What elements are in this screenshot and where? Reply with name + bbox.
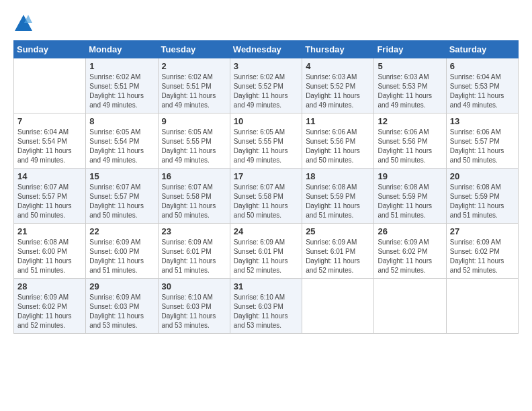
calendar-cell: 22Sunrise: 6:09 AM Sunset: 6:00 PM Dayli… xyxy=(86,224,158,279)
calendar-week-row: 7Sunrise: 6:04 AM Sunset: 5:54 PM Daylig… xyxy=(14,113,519,169)
calendar-cell: 8Sunrise: 6:05 AM Sunset: 5:54 PM Daylig… xyxy=(86,113,158,169)
day-number: 17 xyxy=(234,171,298,181)
day-info: Sunrise: 6:09 AM Sunset: 6:01 PM Dayligh… xyxy=(234,238,298,275)
calendar-cell: 13Sunrise: 6:06 AM Sunset: 5:57 PM Dayli… xyxy=(446,113,518,169)
calendar-cell: 11Sunrise: 6:06 AM Sunset: 5:56 PM Dayli… xyxy=(302,113,374,169)
day-info: Sunrise: 6:04 AM Sunset: 5:54 PM Dayligh… xyxy=(17,128,82,165)
calendar-cell: 23Sunrise: 6:09 AM Sunset: 6:01 PM Dayli… xyxy=(158,224,230,279)
calendar-week-row: 21Sunrise: 6:08 AM Sunset: 6:00 PM Dayli… xyxy=(14,224,519,279)
calendar-week-row: 14Sunrise: 6:07 AM Sunset: 5:57 PM Dayli… xyxy=(14,169,519,224)
day-info: Sunrise: 6:04 AM Sunset: 5:53 PM Dayligh… xyxy=(450,73,515,110)
day-info: Sunrise: 6:05 AM Sunset: 5:55 PM Dayligh… xyxy=(162,128,226,165)
day-info: Sunrise: 6:05 AM Sunset: 5:55 PM Dayligh… xyxy=(234,128,298,165)
calendar-cell: 19Sunrise: 6:08 AM Sunset: 5:59 PM Dayli… xyxy=(374,169,446,224)
day-number: 26 xyxy=(378,226,442,236)
day-info: Sunrise: 6:06 AM Sunset: 5:56 PM Dayligh… xyxy=(378,128,442,165)
header xyxy=(13,13,519,34)
day-number: 11 xyxy=(306,116,370,126)
day-number: 5 xyxy=(378,61,442,71)
day-number: 27 xyxy=(450,226,515,236)
weekday-header: Sunday xyxy=(14,41,86,58)
day-number: 8 xyxy=(89,116,154,126)
day-number: 25 xyxy=(306,226,370,236)
calendar-body: 1Sunrise: 6:02 AM Sunset: 5:51 PM Daylig… xyxy=(14,58,519,334)
weekday-header: Friday xyxy=(374,41,446,58)
calendar-cell: 30Sunrise: 6:10 AM Sunset: 6:03 PM Dayli… xyxy=(158,279,230,334)
calendar-cell: 14Sunrise: 6:07 AM Sunset: 5:57 PM Dayli… xyxy=(14,169,86,224)
weekday-header: Saturday xyxy=(446,41,518,58)
calendar-cell: 3Sunrise: 6:02 AM Sunset: 5:52 PM Daylig… xyxy=(230,58,302,113)
weekday-row: SundayMondayTuesdayWednesdayThursdayFrid… xyxy=(14,41,519,58)
day-number: 19 xyxy=(378,171,442,181)
calendar-cell: 9Sunrise: 6:05 AM Sunset: 5:55 PM Daylig… xyxy=(158,113,230,169)
calendar-cell: 1Sunrise: 6:02 AM Sunset: 5:51 PM Daylig… xyxy=(86,58,158,113)
logo xyxy=(13,13,36,34)
day-number: 3 xyxy=(234,61,298,71)
calendar-cell: 15Sunrise: 6:07 AM Sunset: 5:57 PM Dayli… xyxy=(86,169,158,224)
day-number: 6 xyxy=(450,61,515,71)
day-number: 15 xyxy=(89,171,154,181)
day-info: Sunrise: 6:07 AM Sunset: 5:57 PM Dayligh… xyxy=(89,183,154,220)
day-info: Sunrise: 6:03 AM Sunset: 5:52 PM Dayligh… xyxy=(306,73,370,110)
calendar-cell: 26Sunrise: 6:09 AM Sunset: 6:02 PM Dayli… xyxy=(374,224,446,279)
day-info: Sunrise: 6:07 AM Sunset: 5:58 PM Dayligh… xyxy=(234,183,298,220)
day-number: 7 xyxy=(17,116,82,126)
calendar-cell: 12Sunrise: 6:06 AM Sunset: 5:56 PM Dayli… xyxy=(374,113,446,169)
calendar-header: SundayMondayTuesdayWednesdayThursdayFrid… xyxy=(14,41,519,58)
calendar-cell xyxy=(446,279,518,334)
calendar-cell: 18Sunrise: 6:08 AM Sunset: 5:59 PM Dayli… xyxy=(302,169,374,224)
day-info: Sunrise: 6:02 AM Sunset: 5:52 PM Dayligh… xyxy=(234,73,298,110)
day-info: Sunrise: 6:06 AM Sunset: 5:56 PM Dayligh… xyxy=(306,128,370,165)
calendar-table: SundayMondayTuesdayWednesdayThursdayFrid… xyxy=(13,40,519,334)
page: SundayMondayTuesdayWednesdayThursdayFrid… xyxy=(0,0,532,340)
day-number: 24 xyxy=(234,226,298,236)
day-info: Sunrise: 6:09 AM Sunset: 6:02 PM Dayligh… xyxy=(450,238,515,275)
day-number: 29 xyxy=(89,281,154,291)
day-number: 2 xyxy=(162,61,226,71)
day-info: Sunrise: 6:08 AM Sunset: 5:59 PM Dayligh… xyxy=(306,183,370,220)
calendar-cell: 25Sunrise: 6:09 AM Sunset: 6:01 PM Dayli… xyxy=(302,224,374,279)
day-number: 12 xyxy=(378,116,442,126)
calendar-cell: 16Sunrise: 6:07 AM Sunset: 5:58 PM Dayli… xyxy=(158,169,230,224)
calendar-cell: 20Sunrise: 6:08 AM Sunset: 5:59 PM Dayli… xyxy=(446,169,518,224)
calendar-cell: 2Sunrise: 6:02 AM Sunset: 5:51 PM Daylig… xyxy=(158,58,230,113)
logo-icon xyxy=(13,13,34,34)
day-number: 22 xyxy=(89,226,154,236)
calendar-cell xyxy=(14,58,86,113)
day-number: 9 xyxy=(162,116,226,126)
weekday-header: Thursday xyxy=(302,41,374,58)
day-number: 16 xyxy=(162,171,226,181)
calendar-cell: 28Sunrise: 6:09 AM Sunset: 6:02 PM Dayli… xyxy=(14,279,86,334)
calendar-cell xyxy=(374,279,446,334)
calendar-cell xyxy=(302,279,374,334)
day-info: Sunrise: 6:02 AM Sunset: 5:51 PM Dayligh… xyxy=(162,73,226,110)
day-info: Sunrise: 6:08 AM Sunset: 6:00 PM Dayligh… xyxy=(17,238,82,275)
day-info: Sunrise: 6:05 AM Sunset: 5:54 PM Dayligh… xyxy=(89,128,154,165)
weekday-header: Wednesday xyxy=(230,41,302,58)
day-info: Sunrise: 6:10 AM Sunset: 6:03 PM Dayligh… xyxy=(234,293,298,330)
day-number: 14 xyxy=(17,171,82,181)
day-info: Sunrise: 6:06 AM Sunset: 5:57 PM Dayligh… xyxy=(450,128,515,165)
day-info: Sunrise: 6:02 AM Sunset: 5:51 PM Dayligh… xyxy=(89,73,154,110)
day-number: 23 xyxy=(162,226,226,236)
day-info: Sunrise: 6:09 AM Sunset: 6:02 PM Dayligh… xyxy=(17,293,82,330)
day-number: 1 xyxy=(89,61,154,71)
calendar-cell: 21Sunrise: 6:08 AM Sunset: 6:00 PM Dayli… xyxy=(14,224,86,279)
day-number: 13 xyxy=(450,116,515,126)
day-number: 28 xyxy=(17,281,82,291)
calendar-cell: 31Sunrise: 6:10 AM Sunset: 6:03 PM Dayli… xyxy=(230,279,302,334)
day-info: Sunrise: 6:09 AM Sunset: 6:01 PM Dayligh… xyxy=(306,238,370,275)
weekday-header: Monday xyxy=(86,41,158,58)
day-info: Sunrise: 6:09 AM Sunset: 6:01 PM Dayligh… xyxy=(162,238,226,275)
calendar-cell: 17Sunrise: 6:07 AM Sunset: 5:58 PM Dayli… xyxy=(230,169,302,224)
calendar-cell: 27Sunrise: 6:09 AM Sunset: 6:02 PM Dayli… xyxy=(446,224,518,279)
day-number: 4 xyxy=(306,61,370,71)
day-info: Sunrise: 6:09 AM Sunset: 6:00 PM Dayligh… xyxy=(89,238,154,275)
day-number: 10 xyxy=(234,116,298,126)
calendar-cell: 24Sunrise: 6:09 AM Sunset: 6:01 PM Dayli… xyxy=(230,224,302,279)
day-number: 20 xyxy=(450,171,515,181)
weekday-header: Tuesday xyxy=(158,41,230,58)
calendar-cell: 10Sunrise: 6:05 AM Sunset: 5:55 PM Dayli… xyxy=(230,113,302,169)
calendar-cell: 5Sunrise: 6:03 AM Sunset: 5:53 PM Daylig… xyxy=(374,58,446,113)
calendar-cell: 29Sunrise: 6:09 AM Sunset: 6:03 PM Dayli… xyxy=(86,279,158,334)
